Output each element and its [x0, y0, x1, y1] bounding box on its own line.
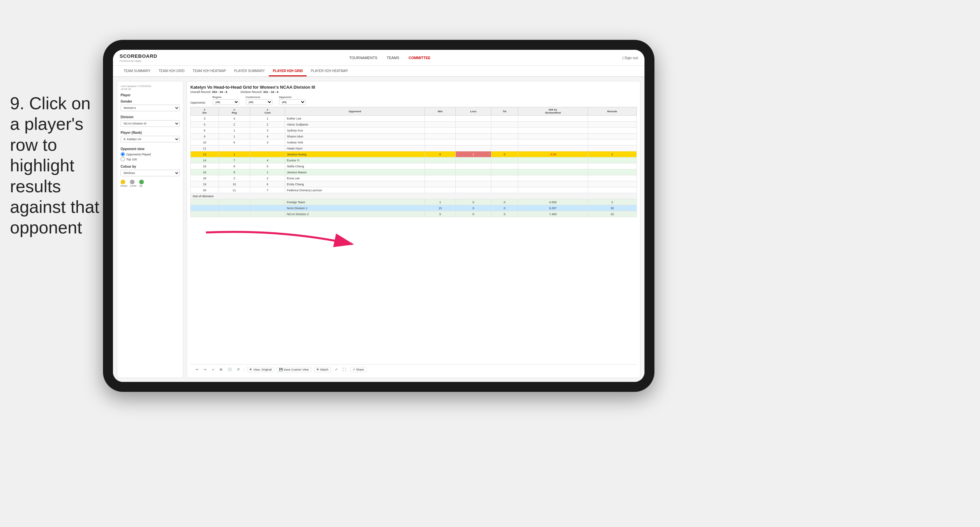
- cell-conf: 2: [250, 175, 285, 181]
- tab-team-summary[interactable]: TEAM SUMMARY: [119, 67, 155, 76]
- cell-loss: [455, 146, 491, 151]
- table-row[interactable]: 613Sydney Kuo: [191, 127, 637, 133]
- table-row[interactable]: 11Haejo Hyun: [191, 146, 637, 151]
- cell-tie: 0: [491, 205, 518, 211]
- cell-win: [425, 169, 455, 175]
- conference-dropdown[interactable]: (All): [246, 99, 272, 105]
- cell-rounds: 10: [588, 211, 636, 217]
- cell-diff: -3.00: [518, 151, 588, 157]
- cell-tie: [491, 181, 518, 187]
- radio-opponents-played[interactable]: Opponents Played: [121, 152, 180, 156]
- sidebar: Last Updated: 27/03/2024 16:55:28 Player…: [117, 81, 183, 378]
- tab-player-h2h-grid[interactable]: PLAYER H2H GRID: [269, 67, 307, 76]
- radio-top100[interactable]: Top 100: [121, 157, 180, 161]
- table-row[interactable]: NCAA Division 25007.40010: [191, 211, 637, 217]
- cell-diff: [518, 133, 588, 140]
- nav-tournaments[interactable]: TOURNAMENTS: [349, 56, 377, 60]
- tab-player-summary[interactable]: PLAYER SUMMARY: [230, 67, 269, 76]
- player-rank-dropdown[interactable]: 8. Katelyn Vo: [121, 136, 180, 143]
- undo-btn[interactable]: ↩: [194, 367, 200, 372]
- save-custom-btn[interactable]: 💾 Save Custom View: [277, 367, 311, 372]
- cell-tie: [491, 187, 518, 193]
- conference-filter: Conference (All): [246, 96, 272, 105]
- table-row[interactable]: 1063Andrea York: [191, 140, 637, 146]
- cell-tie: [491, 175, 518, 181]
- share-btn[interactable]: ↗ Share: [350, 367, 366, 372]
- cell-opponent: Emily Chang: [285, 181, 425, 187]
- grid-table-wrapper: #Div #Reg #Conf Opponent Win Loss Tie Di…: [190, 107, 637, 364]
- cell-conf: 2: [250, 122, 285, 127]
- table-row[interactable]: 1822Euna Lee: [191, 175, 637, 181]
- resize-btn[interactable]: ⤢: [334, 367, 339, 372]
- sign-out-link[interactable]: | Sign out: [622, 56, 638, 60]
- col-rounds: Rounds: [588, 107, 636, 116]
- opponent-dropdown[interactable]: (All): [279, 99, 305, 105]
- annotation-content: 9. Click on a player's row to highlight …: [10, 94, 99, 237]
- cell-rounds: [588, 127, 636, 133]
- redo-btn[interactable]: ↪: [202, 367, 208, 372]
- cell-diff: [518, 187, 588, 193]
- cell-win: 15: [425, 205, 455, 211]
- colour-dropdown[interactable]: Win/loss: [121, 170, 180, 176]
- col-conf: #Conf: [250, 107, 285, 116]
- cell-conf: 1: [250, 116, 285, 122]
- cell-opponent: Andrea York: [285, 140, 425, 146]
- cell-conf: 5: [250, 163, 285, 169]
- fullscreen-btn[interactable]: ⛶: [342, 367, 347, 372]
- cell-diff: 9.267: [518, 205, 588, 211]
- cell-div: [191, 199, 219, 205]
- cell-conf: 4: [250, 157, 285, 163]
- cell-tie: [491, 157, 518, 163]
- table-row[interactable]: 20117Federica Domecq Lacroze: [191, 187, 637, 193]
- table-row[interactable]: 914Sharon Mun: [191, 133, 637, 140]
- opponent-view-label: Opponent view: [121, 147, 180, 151]
- region-dropdown[interactable]: (All): [213, 99, 239, 105]
- cell-opponent: Federica Domecq Lacroze: [285, 187, 425, 193]
- tab-player-h2h-heatmap[interactable]: PLAYER H2H HEATMAP: [307, 67, 352, 76]
- division-record: Division Record: 331 - 34 - 6: [240, 90, 278, 94]
- cell-loss: [455, 122, 491, 127]
- legend-dot-down: [121, 179, 125, 184]
- legend-label-level: Level: [130, 184, 136, 187]
- h2h-grid-table: #Div #Reg #Conf Opponent Win Loss Tie Di…: [190, 107, 637, 217]
- division-dropdown[interactable]: NCAA Division III: [121, 120, 180, 127]
- table-row[interactable]: NAIA Division 115009.26730: [191, 205, 637, 211]
- cell-div: 20: [191, 187, 219, 193]
- grid-btn[interactable]: ⊞: [218, 367, 224, 372]
- cell-win: [425, 122, 455, 127]
- table-row[interactable]: 1585Stella Cheng: [191, 163, 637, 169]
- col-tie: Tie: [491, 107, 518, 116]
- cell-reg: 1: [219, 151, 250, 157]
- table-row[interactable]: Foreign Team1004.5002: [191, 199, 637, 205]
- table-row[interactable]: 341Esther Lee: [191, 116, 637, 122]
- col-opponent: Opponent: [285, 107, 425, 116]
- cell-win: [425, 157, 455, 163]
- table-row[interactable]: 522Alexis Sudjianto: [191, 122, 637, 127]
- table-row[interactable]: 19106Emily Chang: [191, 181, 637, 187]
- reset-btn[interactable]: ↺: [235, 367, 241, 372]
- cell-div: 5: [191, 122, 219, 127]
- cell-loss: 0: [455, 199, 491, 205]
- table-row[interactable]: 1474Eunice Yi: [191, 157, 637, 163]
- cell-diff: [518, 122, 588, 127]
- cell-tie: [491, 163, 518, 169]
- view-original-btn[interactable]: 👁 View: Original: [247, 367, 274, 372]
- cell-div: 13: [191, 151, 219, 157]
- col-reg: #Reg: [219, 107, 250, 116]
- nav-teams[interactable]: TEAMS: [387, 56, 399, 60]
- gender-dropdown[interactable]: Women's: [121, 105, 180, 111]
- nav-committee[interactable]: COMMITTEE: [409, 56, 431, 60]
- cell-opponent: Jessica Huang: [285, 151, 425, 157]
- division-label: Division: [121, 115, 180, 119]
- refresh-btn[interactable]: ⤾: [210, 367, 216, 372]
- cell-reg: 11: [219, 187, 250, 193]
- cell-loss: 0: [455, 211, 491, 217]
- table-row[interactable]: 1691Jessica Mason: [191, 169, 637, 175]
- cell-tie: 0: [491, 199, 518, 205]
- tab-team-h2h-heatmap[interactable]: TEAM H2H HEATMAP: [189, 67, 230, 76]
- tab-team-h2h-grid[interactable]: TEAM H2H GRID: [155, 67, 189, 76]
- watch-btn[interactable]: 👁 Watch: [314, 367, 331, 372]
- cell-diff: [518, 140, 588, 146]
- clock-btn[interactable]: 🕐: [226, 367, 233, 372]
- table-row[interactable]: 131Jessica Huang010-3.002: [191, 151, 637, 157]
